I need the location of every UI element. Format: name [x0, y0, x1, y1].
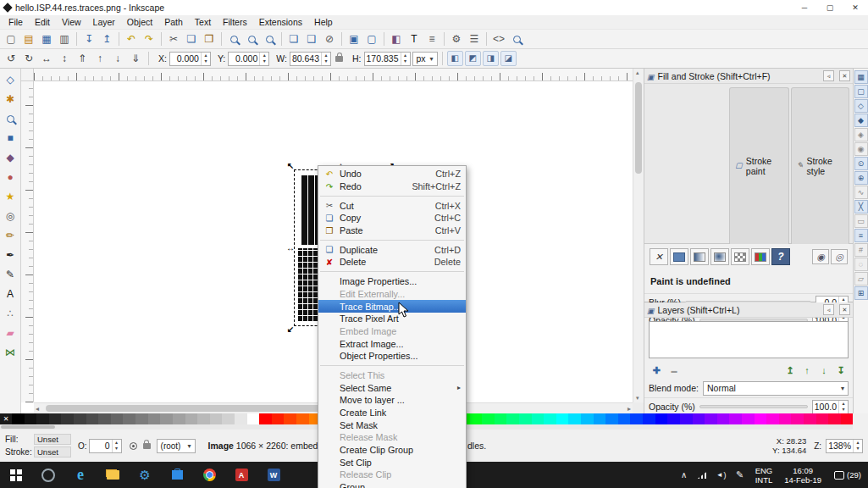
raise-button[interactable]: ↑	[91, 51, 108, 67]
redo-button[interactable]: ↷	[141, 31, 158, 47]
color-swatch[interactable]	[111, 413, 124, 424]
color-swatch[interactable]	[284, 413, 296, 424]
color-swatch[interactable]	[791, 413, 804, 424]
color-swatch[interactable]	[605, 413, 618, 424]
palette-scroll-thumb[interactable]	[1, 425, 55, 429]
context-menu-item-trace-bitmap[interactable]: Trace Bitmap...	[318, 300, 466, 313]
snap-bbox-corners-toggle[interactable]: ◆	[854, 114, 868, 127]
maximize-button[interactable]	[817, 0, 843, 15]
current-layer-dropdown[interactable]: (root)	[157, 439, 196, 453]
menu-filters[interactable]: Filters	[217, 17, 253, 27]
stroke-indicator-value[interactable]: Unset	[34, 446, 71, 458]
context-menu-item-cut[interactable]: ✂CutCtrl+X	[318, 199, 466, 212]
fill-indicator-value[interactable]: Unset	[34, 434, 71, 445]
layer-opacity-input[interactable]: 100.0	[812, 400, 849, 414]
width-spin-buttons[interactable]	[321, 53, 330, 65]
menu-file[interactable]: File	[3, 17, 29, 27]
vertical-ruler[interactable]	[21, 81, 34, 402]
color-swatch[interactable]	[259, 413, 272, 424]
context-menu-item-object-properties[interactable]: Object Properties...	[318, 350, 466, 363]
color-swatch[interactable]	[86, 413, 99, 424]
context-menu-item-undo[interactable]: ↶UndoCtrl+Z	[318, 168, 466, 180]
color-swatch[interactable]	[667, 413, 680, 424]
flat-color-button[interactable]	[670, 248, 688, 265]
scale-stroke-width-toggle[interactable]: ◧	[447, 51, 463, 66]
language-indicator[interactable]: ENG INTL	[749, 466, 779, 485]
context-menu-item-copy[interactable]: ❏CopyCtrl+C	[318, 212, 466, 225]
start-taskbar-icon[interactable]	[0, 462, 32, 488]
color-swatch[interactable]	[210, 413, 223, 424]
pattern-button[interactable]	[731, 248, 749, 265]
color-swatch[interactable]	[655, 413, 668, 424]
cortana-taskbar-icon[interactable]	[32, 462, 64, 488]
flip-vertical-button[interactable]: ↕	[56, 51, 73, 67]
transform-patterns-toggle[interactable]: ◪	[500, 51, 517, 66]
context-menu-item-select-same[interactable]: Select Same▸	[318, 381, 466, 394]
snap-object-centers-toggle[interactable]: #	[854, 243, 868, 257]
object-opacity-spin-buttons[interactable]	[112, 440, 121, 452]
layer-opacity-spin-buttons[interactable]	[838, 401, 848, 413]
network-tray-icon[interactable]	[694, 462, 712, 488]
rotate-90-cw-button[interactable]: ↻	[20, 51, 37, 67]
close-panel-icon[interactable]	[839, 70, 850, 81]
layer-lock-icon[interactable]	[143, 443, 151, 449]
color-swatch[interactable]	[618, 413, 631, 424]
menu-layer[interactable]: Layer	[87, 17, 121, 27]
document-properties-button[interactable]: ⚙	[448, 31, 465, 47]
y-spin-buttons[interactable]	[259, 53, 268, 65]
zoom-input[interactable]: 138%	[826, 439, 863, 453]
vertical-scroll-thumb[interactable]	[635, 82, 642, 174]
transform-gradients-toggle[interactable]: ◨	[483, 51, 499, 66]
color-swatch[interactable]	[222, 413, 235, 424]
tab-stroke-paint[interactable]: Stroke paint	[729, 87, 789, 244]
rectangle-tool[interactable]: ■	[1, 129, 19, 147]
menu-object[interactable]: Object	[121, 17, 158, 27]
chrome-taskbar-icon[interactable]	[193, 462, 225, 488]
settings-taskbar-icon[interactable]	[129, 462, 161, 488]
width-input[interactable]: 80.643	[290, 52, 331, 66]
delete-layer-button[interactable]	[666, 363, 682, 377]
color-swatch[interactable]	[123, 413, 135, 424]
save-button[interactable]: ▦	[38, 31, 55, 47]
minimize-button[interactable]	[792, 0, 817, 15]
color-swatch[interactable]	[12, 413, 25, 424]
snap-bbox-edges-toggle[interactable]: ◇	[854, 99, 868, 113]
snap-smooth-nodes-toggle[interactable]: ▭	[854, 214, 868, 228]
rotate-90-ccw-button[interactable]: ↺	[3, 51, 19, 67]
x-input[interactable]: 0.000	[169, 52, 211, 66]
paste-button[interactable]: ❐	[201, 31, 218, 47]
new-document-button[interactable]: ▢	[3, 31, 19, 47]
node-editor-tool[interactable]: ◇	[1, 70, 19, 89]
color-swatch[interactable]	[742, 413, 755, 424]
undock-panel-icon[interactable]	[823, 70, 834, 81]
ellipse-tool[interactable]: ●	[1, 168, 19, 186]
duplicate-button[interactable]: ❏	[285, 31, 302, 47]
snap-line-midpoints-toggle[interactable]: ≡	[854, 229, 868, 242]
layers-header[interactable]: Layers (Shift+Ctrl+L)	[644, 302, 853, 318]
color-swatch[interactable]	[61, 413, 74, 424]
close-panel-icon[interactable]	[839, 304, 850, 315]
color-swatch[interactable]	[135, 413, 148, 424]
file-explorer-taskbar-icon[interactable]	[97, 462, 129, 488]
context-menu-item-extract-image[interactable]: Extract Image...	[318, 337, 466, 350]
tweak-tool[interactable]: ✱	[1, 90, 19, 108]
horizontal-ruler[interactable]	[34, 69, 633, 81]
zoom-page-button[interactable]	[261, 31, 278, 47]
scale-rounded-corners-toggle[interactable]: ◩	[465, 51, 481, 66]
color-swatch[interactable]	[74, 413, 86, 424]
lower-button[interactable]: ↓	[109, 51, 126, 67]
color-swatch[interactable]	[544, 413, 556, 424]
bezier-pen-tool[interactable]: ✒	[1, 246, 19, 264]
export-button[interactable]: ↥	[98, 31, 115, 47]
color-swatch[interactable]	[98, 413, 111, 424]
fill-rule-evenodd-button[interactable]	[812, 249, 829, 264]
fill-rule-nonzero-button[interactable]	[831, 249, 848, 264]
scale-handle-nw[interactable]	[287, 162, 294, 170]
scale-handle-w[interactable]	[286, 244, 295, 252]
color-swatch[interactable]	[717, 413, 730, 424]
height-input[interactable]: 170.835	[364, 52, 411, 66]
find-button[interactable]	[508, 31, 525, 47]
snap-paths-toggle[interactable]: ⊕	[854, 171, 868, 185]
xml-editor-button[interactable]: <>	[490, 31, 507, 47]
snap-path-intersections-toggle[interactable]: ∿	[854, 186, 868, 199]
